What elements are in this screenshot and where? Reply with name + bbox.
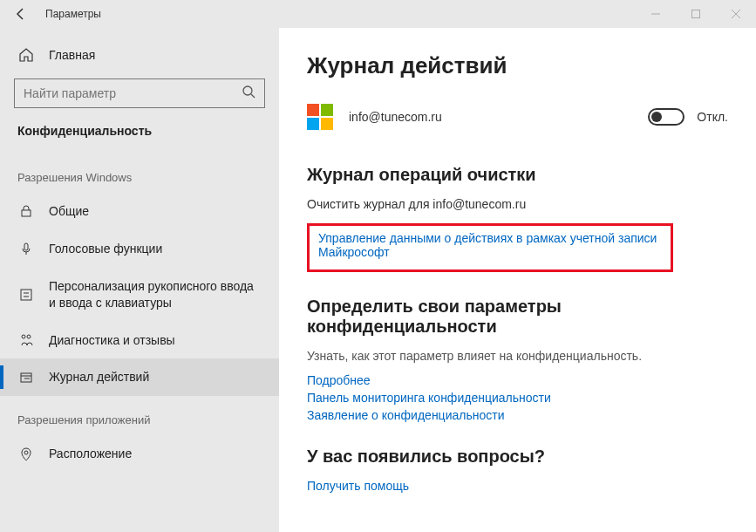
nav-label: Общие [49,203,262,220]
titlebar: Параметры [0,0,756,28]
group-header-windows: Разрешения Windows [0,153,279,193]
section-clear-title: Журнал операций очистки [307,165,728,185]
svg-point-12 [27,335,31,338]
nav-location[interactable]: Расположение [0,435,279,473]
home-icon [17,47,35,63]
privacy-statement-link[interactable]: Заявление о конфиденциальности [307,408,728,422]
group-header-apps: Разрешения приложений [0,396,279,435]
svg-line-5 [251,94,255,98]
svg-rect-13 [21,373,31,382]
learn-more-link[interactable]: Подробнее [307,373,728,387]
search-box[interactable] [14,78,265,108]
account-row: info@tunecom.ru Откл. [307,104,728,130]
mic-icon [17,242,35,256]
maximize-icon [691,10,700,18]
section-questions-title: У вас появились вопросы? [307,447,728,467]
svg-point-16 [24,451,28,454]
nav-speech[interactable]: Голосовые функции [0,230,279,268]
nav-label: Диагностика и отзывы [49,332,262,349]
history-icon [17,371,35,385]
microsoft-logo-icon [307,104,333,130]
close-button[interactable] [716,0,756,28]
privacy-dashboard-link[interactable]: Панель мониторинга конфиденциальности [307,391,728,405]
sidebar: Главная Конфиденциальность Разрешения Wi… [0,28,279,532]
manage-activity-link[interactable]: Управление данными о действиях в рамках … [318,231,662,259]
highlight-box: Управление данными о действиях в рамках … [307,223,673,272]
get-help-link[interactable]: Получить помощь [307,479,728,493]
privacy-description: Узнать, как этот параметр влияет на конф… [307,349,728,363]
toggle-knob [651,112,662,122]
section-privacy-title: Определить свои параметры конфиденциальн… [307,297,728,337]
maximize-button[interactable] [676,0,716,28]
svg-point-4 [243,86,252,95]
minimize-icon [651,10,660,18]
location-icon [17,447,35,461]
feedback-icon [17,333,35,347]
svg-rect-6 [22,210,31,216]
minimize-button[interactable] [636,0,676,28]
nav-label: Расположение [49,446,262,462]
home-button[interactable]: Главная [0,38,279,72]
svg-point-11 [22,335,25,338]
nav-label: Журнал действий [49,369,262,385]
arrow-left-icon [14,7,28,21]
toggle-state-label: Откл. [697,110,728,124]
svg-rect-7 [24,243,28,250]
nav-diagnostics[interactable]: Диагностика и отзывы [0,322,279,359]
search-input[interactable] [24,86,242,100]
window-title: Параметры [45,8,101,20]
nav-general[interactable]: Общие [0,193,279,230]
back-button[interactable] [0,0,42,28]
account-email: info@tunecom.ru [349,110,442,124]
home-label: Главная [49,48,95,62]
main-content: Журнал действий info@tunecom.ru Откл. Жу… [279,28,756,532]
sidebar-category: Конфиденциальность [0,120,279,153]
activity-toggle[interactable] [648,108,684,126]
search-icon [242,85,255,102]
nav-activity-history[interactable]: Журнал действий [0,358,279,396]
page-title: Журнал действий [307,52,728,79]
svg-rect-1 [692,10,700,18]
lock-icon [17,204,35,218]
nav-inking[interactable]: Персонализация рукописного ввода и ввода… [0,268,279,322]
inking-icon [17,288,35,302]
close-icon [732,10,740,18]
nav-label: Персонализация рукописного ввода и ввода… [49,278,262,311]
clear-description: Очистить журнал для info@tunecom.ru [307,197,728,211]
svg-rect-8 [21,290,31,300]
nav-label: Голосовые функции [49,241,262,257]
